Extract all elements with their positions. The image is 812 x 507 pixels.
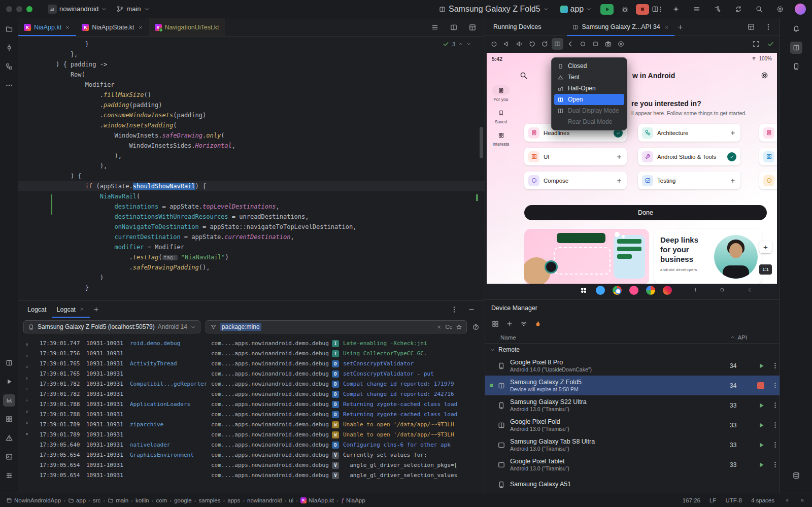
code-line[interactable]: destinationsWithUnreadResources = unread… <box>56 212 472 222</box>
window-close-button[interactable] <box>6 6 12 12</box>
code-line[interactable]: ) { <box>56 171 472 181</box>
editor-tab[interactable]: K NiaAppState.kt <box>76 18 149 36</box>
device-row[interactable]: Google Pixel Tablet Android 13.0 ("Tiram… <box>485 455 780 475</box>
project-selector[interactable]: nowinandroid <box>45 3 110 15</box>
code-line[interactable]: .safeDrawingPadding(), <box>56 262 472 273</box>
logcat-row[interactable]: 17:39:01.78210931-10931Compatibil...geRe… <box>36 379 485 389</box>
zoom-in-button[interactable]: + <box>759 241 772 253</box>
favorite-filter-icon[interactable] <box>456 324 462 330</box>
more-tool-windows-icon[interactable] <box>3 79 15 91</box>
topic-chip[interactable]: UI <box>524 148 627 165</box>
structure-icon[interactable] <box>3 60 15 73</box>
start-device-button[interactable] <box>757 421 765 429</box>
code-line[interactable]: WindowInsetsSides.Horizontal, <box>56 141 472 151</box>
screenshot-icon[interactable] <box>602 38 614 50</box>
promo-illustration-card[interactable] <box>524 229 649 285</box>
rotate-left-icon[interactable] <box>526 38 538 50</box>
code-line[interactable]: Modifier <box>56 80 472 90</box>
build-tool-icon[interactable] <box>3 469 15 482</box>
next-message-icon[interactable] <box>23 397 30 404</box>
debug-button[interactable] <box>619 3 631 15</box>
export-logs-icon[interactable] <box>23 419 30 426</box>
android-overview-icon[interactable] <box>590 38 601 50</box>
clear-filter-icon[interactable] <box>436 324 442 330</box>
all-apps-icon[interactable] <box>579 286 588 295</box>
code-line[interactable]: ) { padding -> <box>56 59 472 70</box>
posture-option-rear-dual-mode[interactable]: Rear Dual Mode <box>554 116 624 127</box>
taskbar-apps[interactable] <box>579 286 672 295</box>
next-problem-icon[interactable] <box>466 41 471 47</box>
logcat-tool-icon[interactable] <box>3 394 15 407</box>
logcat-row[interactable]: 17:39:05.65410931-10931GraphicsEnvironme… <box>36 450 485 460</box>
logcat-row[interactable]: 17:39:05.65410931-10931com....apps.nowin… <box>36 460 485 470</box>
code-content[interactable]: } },) { padding -> Row( Modifier .fillMa… <box>56 39 472 293</box>
window-controls[interactable] <box>6 6 32 12</box>
code-line[interactable]: if (appState.shouldShowNavRail) { <box>18 181 485 191</box>
breadcrumb-item[interactable]: NowinAndroidApp <box>6 497 61 503</box>
logcat-tab[interactable]: Logcat <box>52 301 90 318</box>
name-column-header[interactable]: Name <box>500 334 516 341</box>
device-explorer-icon[interactable] <box>790 469 802 482</box>
device-menu-icon[interactable] <box>771 382 779 389</box>
previous-problem-icon[interactable] <box>458 41 463 47</box>
commit-icon[interactable] <box>3 42 15 54</box>
topic-chip-clipped[interactable] <box>759 148 777 165</box>
code-line[interactable]: .windowInsetsPadding( <box>56 120 472 130</box>
indent-setting[interactable]: 4 spaces <box>751 497 774 503</box>
topic-chip-clipped[interactable] <box>759 124 777 142</box>
fold-posture-icon[interactable] <box>552 38 563 50</box>
nav-item-saved[interactable]: Saved <box>492 108 510 124</box>
start-device-button[interactable] <box>757 362 765 370</box>
posture-option-half-open[interactable]: Half-Open <box>554 83 624 94</box>
device-row[interactable]: Samsung Galaxy S22 Ultra Android 13.0 ("… <box>485 395 780 415</box>
todo-list-icon[interactable] <box>691 3 703 15</box>
code-line[interactable]: }, <box>56 49 472 59</box>
chrome-app-icon[interactable] <box>613 286 622 295</box>
file-encoding[interactable]: UTF-8 <box>725 497 742 503</box>
promo-deeplinks-card[interactable]: Deep links for your business android dev… <box>654 229 762 285</box>
topic-chip[interactable]: Android Studio & Tools <box>638 148 740 165</box>
topic-add-icon[interactable] <box>616 153 623 160</box>
gradle-sync-icon[interactable] <box>732 3 745 15</box>
notifications-icon[interactable] <box>790 23 802 35</box>
stop-device-button[interactable] <box>757 382 764 389</box>
code-line[interactable]: modifier = Modifier <box>56 242 472 252</box>
line-ending[interactable]: LF <box>709 497 716 503</box>
caret-position[interactable]: 167:26 <box>683 497 700 503</box>
power-button-icon[interactable] <box>488 38 500 50</box>
breadcrumb-item[interactable]: KNiaApp.kt <box>300 497 334 503</box>
code-line[interactable]: .consumeWindowInsets(padding) <box>56 110 472 120</box>
volume-down-icon[interactable] <box>501 38 513 50</box>
run-tool-icon[interactable] <box>3 376 15 388</box>
posture-option-dual-display-mode[interactable]: Dual Display Mode <box>554 105 624 116</box>
breadcrumb-item[interactable]: ui <box>289 497 293 503</box>
status-layout-widget-icon[interactable] <box>799 497 806 504</box>
run-button[interactable] <box>600 4 614 15</box>
window-minimize-button[interactable] <box>16 6 22 12</box>
previous-message-icon[interactable] <box>23 386 30 393</box>
close-device-tab-icon[interactable] <box>664 24 669 30</box>
logcat-row[interactable]: 17:39:01.78210931-10931com....apps.nowin… <box>36 389 485 399</box>
topic-chip[interactable]: Testing <box>638 172 740 189</box>
problems-icon[interactable] <box>3 432 15 444</box>
hide-logcat-icon[interactable] <box>465 303 478 316</box>
code-line[interactable]: ) <box>56 273 472 283</box>
scroll-to-end-icon[interactable] <box>23 375 30 382</box>
code-line[interactable]: .padding(padding) <box>56 100 472 110</box>
device-menu-icon[interactable] <box>771 421 779 429</box>
device-row[interactable]: Google Pixel 8 Pro Android 14.0 ("Upside… <box>485 356 780 376</box>
close-tab-icon[interactable] <box>138 24 144 30</box>
target-device-selector[interactable]: Samsung Galaxy Z Fold5 <box>435 3 552 15</box>
settings-icon[interactable] <box>774 3 786 15</box>
split-editor-icon[interactable] <box>448 21 460 33</box>
logcat-device-selector[interactable]: Samsung Galaxy Z Fold5 (localhost:50579)… <box>23 320 200 333</box>
start-device-button[interactable] <box>757 401 765 410</box>
breadcrumb-item[interactable]: kotlin <box>136 497 149 503</box>
device-menu-icon[interactable] <box>771 401 779 409</box>
code-line[interactable]: .testTag(tag: "NiaNavRail") <box>56 252 472 262</box>
code-line[interactable]: WindowInsets.safeDrawing.only( <box>56 130 472 141</box>
close-tab-icon[interactable] <box>64 24 71 30</box>
breadcrumb-item[interactable]: com <box>156 497 167 503</box>
posture-option-tent[interactable]: Tent <box>554 72 624 83</box>
topic-add-icon[interactable] <box>729 129 736 137</box>
